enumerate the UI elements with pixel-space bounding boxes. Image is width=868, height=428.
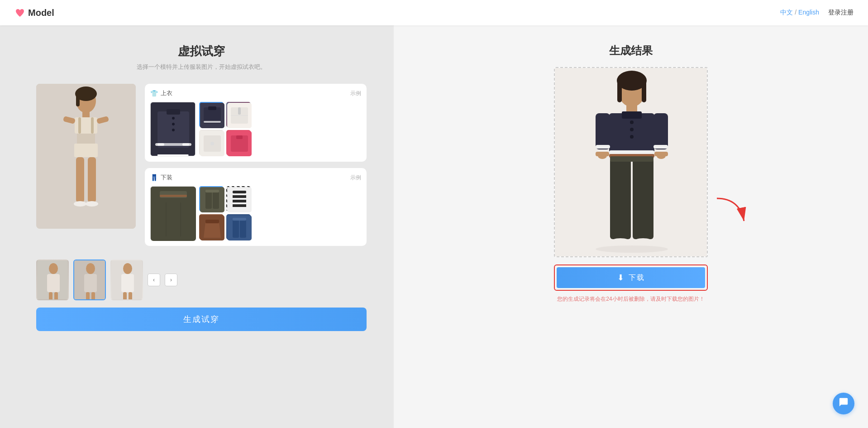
download-label: 下载 <box>629 273 645 283</box>
svg-rect-91 <box>596 145 610 149</box>
page-subtitle: 选择一个模特并上传服装图片，开始虚拟试衣吧。 <box>137 63 266 71</box>
svg-rect-66 <box>54 292 58 300</box>
left-panel: 虚拟试穿 选择一个模特并上传服装图片，开始虚拟试衣吧。 <box>0 25 394 428</box>
auth-text[interactable]: 登录注册 <box>828 9 854 16</box>
download-icon: ⬇ <box>617 273 625 283</box>
lower-clothing-section: 👖 下装 示例 <box>145 168 367 246</box>
lower-example-2[interactable] <box>226 186 251 212</box>
download-button[interactable]: ⬇ 下载 <box>557 267 705 288</box>
generate-button[interactable]: 生成试穿 <box>36 308 367 331</box>
svg-rect-64 <box>47 274 60 292</box>
svg-rect-6 <box>78 117 81 134</box>
svg-rect-70 <box>86 292 90 300</box>
svg-rect-81 <box>617 80 622 102</box>
model-figure-svg <box>36 84 136 229</box>
upper-ex3-svg <box>200 131 224 156</box>
page-title: 虚拟试穿 <box>178 43 225 59</box>
model-thumb-2-svg <box>74 260 106 300</box>
lang-separator: / <box>795 9 796 16</box>
chat-bubble[interactable] <box>833 393 854 414</box>
header-right: 中文 / English 登录注册 <box>780 9 854 17</box>
svg-point-102 <box>598 153 607 159</box>
thumb-nav-prev[interactable]: ‹ <box>148 274 160 286</box>
svg-rect-54 <box>233 200 246 202</box>
lower-example-4[interactable] <box>226 214 251 240</box>
lang-english[interactable]: English <box>798 9 819 16</box>
result-model-svg <box>555 68 708 257</box>
svg-rect-84 <box>609 113 654 154</box>
lower-main-garment <box>150 186 196 240</box>
lower-clothing-row <box>150 186 361 240</box>
upper-main-garment <box>150 102 196 156</box>
thumb-nav-next[interactable]: › <box>165 274 177 286</box>
upper-examples <box>199 102 251 155</box>
svg-rect-4 <box>82 111 90 117</box>
upper-example-4[interactable] <box>226 130 251 155</box>
upper-clothing-section: 👕 上衣 示例 <box>145 84 367 162</box>
upper-example-row-2 <box>199 130 251 155</box>
upper-example-3[interactable] <box>199 130 224 155</box>
result-title: 生成结果 <box>609 43 653 58</box>
model-image-container <box>36 84 136 229</box>
result-image-wrapper <box>554 67 708 257</box>
lower-section-header: 👖 下装 示例 <box>150 173 361 182</box>
upper-example-2[interactable] <box>226 102 251 127</box>
svg-rect-76 <box>129 292 132 300</box>
svg-rect-53 <box>233 195 246 198</box>
model-thumb-3[interactable] <box>110 260 143 300</box>
language-switcher[interactable]: 中文 / English <box>780 9 819 17</box>
svg-point-103 <box>657 153 666 159</box>
download-section: ⬇ 下载 您的生成记录将会在24小时后被删除，请及时下载您的图片！ <box>554 264 708 303</box>
chevron-right-icon: › <box>170 277 172 283</box>
logo[interactable]: Model <box>14 7 54 18</box>
svg-rect-97 <box>610 156 653 162</box>
clothing-panel: 👕 上衣 示例 <box>145 84 367 252</box>
upper-ex4-svg <box>227 131 252 156</box>
svg-point-12 <box>74 201 86 207</box>
model-thumb-1[interactable] <box>36 260 69 300</box>
svg-rect-24 <box>157 143 189 146</box>
logo-text: Model <box>28 8 54 18</box>
svg-rect-90 <box>653 113 668 149</box>
svg-rect-65 <box>49 292 52 300</box>
upper-section-label: 👕 上衣 <box>150 89 172 97</box>
lower-example-3[interactable] <box>199 214 224 240</box>
lower-example-1[interactable] <box>199 186 224 212</box>
svg-rect-61 <box>233 218 246 221</box>
svg-rect-8 <box>77 134 95 144</box>
svg-rect-71 <box>91 292 95 300</box>
upper-example-1[interactable] <box>199 102 224 127</box>
arrow-svg <box>708 194 753 230</box>
svg-rect-38 <box>236 135 243 139</box>
auth-links[interactable]: 登录注册 <box>828 9 854 17</box>
lower-section-label: 👖 下装 <box>150 173 172 182</box>
svg-rect-59 <box>233 219 239 238</box>
svg-rect-75 <box>123 292 127 300</box>
lower-garment-svg <box>151 187 196 241</box>
upper-ex1-svg <box>200 103 224 128</box>
upper-clothing-text: 上衣 <box>161 89 172 97</box>
lower-ex1-svg <box>200 187 224 212</box>
lang-chinese[interactable]: 中文 <box>780 9 793 16</box>
svg-rect-55 <box>233 204 246 207</box>
svg-rect-60 <box>240 219 246 238</box>
svg-point-98 <box>610 238 630 245</box>
chat-bubble-svg <box>839 397 849 407</box>
svg-point-21 <box>172 129 175 131</box>
svg-point-99 <box>633 238 653 245</box>
download-btn-wrapper: ⬇ 下载 <box>554 264 708 291</box>
svg-point-19 <box>172 117 175 120</box>
svg-rect-85 <box>622 111 642 119</box>
svg-rect-74 <box>121 274 134 292</box>
svg-rect-7 <box>91 117 94 134</box>
result-image-container <box>554 67 708 257</box>
svg-rect-28 <box>204 121 221 123</box>
upper-clothing-row <box>150 102 361 156</box>
svg-rect-49 <box>205 190 219 192</box>
model-thumb-3-svg <box>111 260 143 300</box>
svg-rect-48 <box>213 191 219 209</box>
upper-ex2-svg <box>227 103 252 128</box>
svg-rect-10 <box>76 157 84 202</box>
model-thumb-2[interactable] <box>73 260 106 300</box>
svg-rect-95 <box>610 158 631 239</box>
